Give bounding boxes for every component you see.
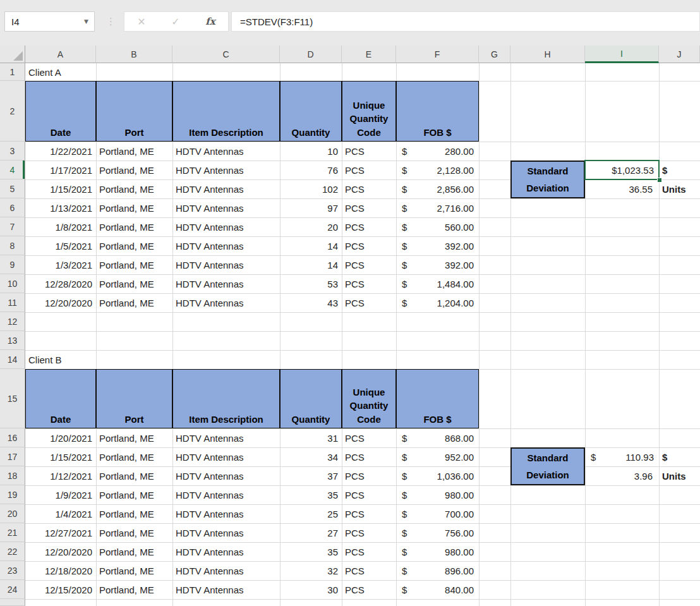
cell-D3-quantity[interactable]: 10 [280, 142, 342, 161]
fill-handle[interactable] [657, 178, 662, 183]
row-header-1[interactable]: 1 [0, 63, 25, 81]
cell-A21-date[interactable]: 12/27/2021 [25, 523, 96, 542]
cell-C19-item[interactable]: HDTV Antennas [172, 485, 280, 504]
name-box[interactable]: I4 ▼ [4, 11, 95, 32]
cell-B21-port[interactable]: Portland, ME [96, 523, 172, 542]
cell-B18-port[interactable]: Portland, ME [96, 466, 172, 485]
cell-B24-port[interactable]: Portland, ME [96, 580, 172, 599]
cell-B4-port[interactable]: Portland, ME [96, 161, 172, 179]
cell-E17-code[interactable]: PCS [342, 447, 396, 466]
cell-E9-code[interactable]: PCS [342, 255, 396, 274]
cell-E16-code[interactable]: PCS [342, 428, 396, 447]
cell-C24-item[interactable]: HDTV Antennas [172, 580, 280, 599]
cell-C9-item[interactable]: HDTV Antennas [172, 255, 280, 274]
row-header-19[interactable]: 19 [0, 485, 25, 504]
row-header-2[interactable]: 2 [0, 81, 25, 142]
cell-F23-fob[interactable]: $896.00 [396, 561, 479, 580]
cell-D2-header[interactable]: Quantity [280, 81, 342, 142]
cell-C10-item[interactable]: HDTV Antennas [172, 274, 280, 293]
column-header-I[interactable]: I [585, 45, 659, 63]
cell-C7-item[interactable]: HDTV Antennas [172, 217, 280, 236]
cell-D22-quantity[interactable]: 35 [280, 542, 342, 561]
cell-C3-item[interactable]: HDTV Antennas [172, 142, 280, 161]
cell-F2-header[interactable]: FOB $ [396, 81, 479, 142]
cell-E11-code[interactable]: PCS [342, 293, 396, 312]
cell-J4-dollar-label[interactable]: $ [659, 161, 700, 179]
cell-D11-quantity[interactable]: 43 [280, 293, 342, 312]
cell-C2-header[interactable]: Item Description [172, 81, 280, 142]
cell-F21-fob[interactable]: $756.00 [396, 523, 479, 542]
cell-D17-quantity[interactable]: 34 [280, 447, 342, 466]
cell-D21-quantity[interactable]: 27 [280, 523, 342, 542]
cell-A18-date[interactable]: 1/12/2021 [25, 466, 96, 485]
cell-E21-code[interactable]: PCS [342, 523, 396, 542]
cell-C11-item[interactable]: HDTV Antennas [172, 293, 280, 312]
cell-A10-date[interactable]: 12/28/2020 [25, 274, 96, 293]
column-header-E[interactable]: E [342, 45, 396, 63]
cell-C23-item[interactable]: HDTV Antennas [172, 561, 280, 580]
cell-C4-item[interactable]: HDTV Antennas [172, 161, 280, 179]
cell-F8-fob[interactable]: $392.00 [396, 236, 479, 255]
cell-D20-quantity[interactable]: 25 [280, 504, 342, 523]
row-header-22[interactable]: 22 [0, 542, 25, 561]
cell-A11-date[interactable]: 12/20/2020 [25, 293, 96, 312]
row-header-6[interactable]: 6 [0, 198, 25, 217]
cell-E15-header[interactable]: Unique Quantity Code [342, 369, 396, 428]
column-header-C[interactable]: C [172, 45, 280, 63]
row-header-5[interactable]: 5 [0, 179, 25, 198]
cell-C21-item[interactable]: HDTV Antennas [172, 523, 280, 542]
cell-F17-fob[interactable]: $952.00 [396, 447, 479, 466]
cell-B16-port[interactable]: Portland, ME [96, 428, 172, 447]
cell-B10-port[interactable]: Portland, ME [96, 274, 172, 293]
row-header-23[interactable]: 23 [0, 561, 25, 580]
cell-D5-quantity[interactable]: 102 [280, 179, 342, 198]
cell-F6-fob[interactable]: $2,716.00 [396, 198, 479, 217]
cell-F19-fob[interactable]: $980.00 [396, 485, 479, 504]
name-box-dropdown-icon[interactable]: ▼ [84, 18, 94, 25]
cell-E2-header[interactable]: Unique Quantity Code [342, 81, 396, 142]
cell-D8-quantity[interactable]: 14 [280, 236, 342, 255]
cell-E23-code[interactable]: PCS [342, 561, 396, 580]
cell-E4-code[interactable]: PCS [342, 161, 396, 179]
row-header-15[interactable]: 15 [0, 369, 25, 428]
row-header-4[interactable]: 4 [0, 161, 25, 179]
cell-B15-header[interactable]: Port [96, 369, 172, 428]
cell-A2-header[interactable]: Date [25, 81, 96, 142]
cell-E10-code[interactable]: PCS [342, 274, 396, 293]
cell-I18-stdev-units[interactable]: 3.96 [585, 466, 659, 485]
cell-F7-fob[interactable]: $560.00 [396, 217, 479, 236]
cell-A8-date[interactable]: 1/5/2021 [25, 236, 96, 255]
cell-J17-dollar-label[interactable]: $ [659, 447, 700, 466]
cell-B17-port[interactable]: Portland, ME [96, 447, 172, 466]
row-header-16[interactable]: 16 [0, 428, 25, 447]
cell-C22-item[interactable]: HDTV Antennas [172, 542, 280, 561]
cell-B11-port[interactable]: Portland, ME [96, 293, 172, 312]
cell-E7-code[interactable]: PCS [342, 217, 396, 236]
cell-F24-fob[interactable]: $840.00 [396, 580, 479, 599]
row-header-13[interactable]: 13 [0, 331, 25, 350]
cell-E22-code[interactable]: PCS [342, 542, 396, 561]
cell-D4-quantity[interactable]: 76 [280, 161, 342, 179]
cell-B19-port[interactable]: Portland, ME [96, 485, 172, 504]
cell-A20-date[interactable]: 1/4/2021 [25, 504, 96, 523]
column-header-D[interactable]: D [280, 45, 342, 63]
row-header-18[interactable]: 18 [0, 466, 25, 485]
row-header-21[interactable]: 21 [0, 523, 25, 542]
row-header-8[interactable]: 8 [0, 236, 25, 255]
column-header-B[interactable]: B [96, 45, 172, 63]
cell-F5-fob[interactable]: $2,856.00 [396, 179, 479, 198]
cell-F15-header[interactable]: FOB $ [396, 369, 479, 428]
formula-bar[interactable]: =STDEV(F3:F11) [231, 11, 700, 32]
cell-C8-item[interactable]: HDTV Antennas [172, 236, 280, 255]
cell-F9-fob[interactable]: $392.00 [396, 255, 479, 274]
cell-A15-header[interactable]: Date [25, 369, 96, 428]
cell-E3-code[interactable]: PCS [342, 142, 396, 161]
column-header-H[interactable]: H [510, 45, 585, 63]
cell-F10-fob[interactable]: $1,484.00 [396, 274, 479, 293]
cell-D24-quantity[interactable]: 30 [280, 580, 342, 599]
row-header-9[interactable]: 9 [0, 255, 25, 274]
cell-C15-header[interactable]: Item Description [172, 369, 280, 428]
cell-C18-item[interactable]: HDTV Antennas [172, 466, 280, 485]
cell-A14-table-title[interactable]: Client B [25, 350, 172, 369]
cell-C20-item[interactable]: HDTV Antennas [172, 504, 280, 523]
